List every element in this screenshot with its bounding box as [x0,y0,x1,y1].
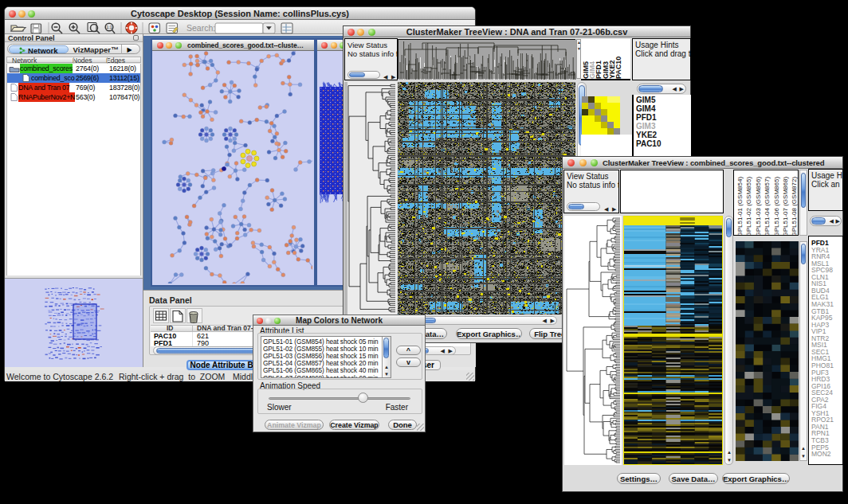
svg-text:1:1: 1:1 [106,25,112,29]
svg-text:Search:: Search: [186,23,215,33]
